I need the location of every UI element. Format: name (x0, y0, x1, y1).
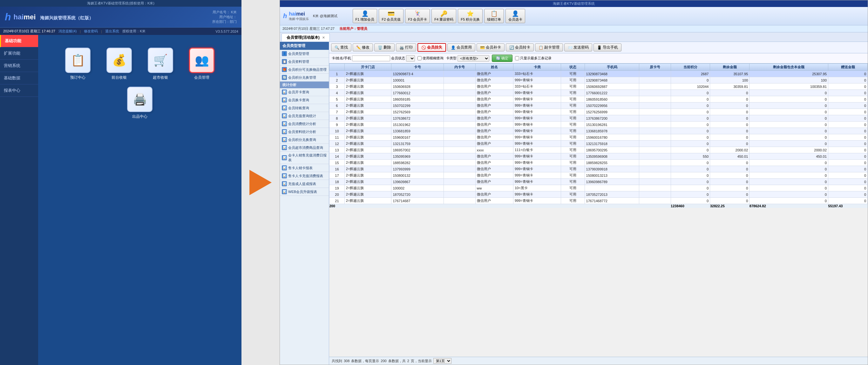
btn-reset-pwd[interactable]: 🔑 F4 重设密码 (431, 9, 456, 23)
btn-transfer-card[interactable]: 🔄 会员转卡 (506, 43, 534, 52)
cell-gift: 0 (828, 166, 868, 172)
icon-output[interactable]: 🖨️ 出品中心 (122, 87, 157, 119)
status-select[interactable] (406, 55, 415, 62)
table-row[interactable]: 9 2=辉越云旗 151301962 微信用户 999=青铜卡 可用 15130… (330, 122, 868, 128)
tab-member-management[interactable]: 会员管理(活动版本) ✕ (281, 33, 330, 41)
rs-item-points-goods[interactable]: 🎁 会员积分可兑换物品管理 (280, 66, 329, 74)
rs-item-consume-stats[interactable]: 📊 会员消费统计分析 (280, 120, 329, 128)
cell-store: 2=辉越云旗 (344, 77, 392, 84)
rs-item-recharge-stats[interactable]: 📊 会员充值查询统计 (280, 112, 329, 120)
btn-report-loss[interactable]: 🚫 会员挂失 (417, 43, 446, 52)
sidebar-item-basedata[interactable]: 基础数据 (0, 72, 38, 85)
rs-item-seller-recharge[interactable]: 📊 售卡人卡充值消费报表 (280, 172, 329, 180)
table-row[interactable]: 5 2=辉越云旗 186059185 微信用户 999=青铜卡 可用 18605… (330, 96, 868, 102)
logout-link[interactable]: 退出系统 (105, 29, 119, 34)
right-user-info: K米 @海媚测试 (313, 14, 337, 19)
cell-phone: 15080013213 (585, 172, 639, 179)
btn-open-card[interactable]: 🃏 F3 会员开卡 (405, 9, 430, 23)
cell-remain: 0 (710, 90, 749, 96)
footer-empty (344, 204, 671, 208)
btn-export-phone[interactable]: 📱 导出手机 (593, 43, 621, 52)
fuzzy-checkbox[interactable] (417, 56, 422, 60)
icon-cashier[interactable]: 💰 前台收银 (102, 47, 136, 80)
rs-item-change-card[interactable]: 📊 会员换卡查询 (280, 96, 329, 104)
messages-link[interactable]: 消息提醒(4) (58, 29, 76, 34)
card-search-input[interactable] (352, 56, 390, 61)
cell-points: 0 (671, 160, 710, 166)
rs-item-points-exchange[interactable]: 🔄 会员积分兑换管理 (280, 74, 329, 81)
btn-orders[interactable]: 📋 续销订单 (484, 9, 504, 23)
icon-member[interactable]: 👥 会员管理 (184, 47, 219, 80)
rs-item-open-card-query[interactable]: 📊 会员开卡查询 (280, 88, 329, 96)
card-type-select[interactable]: <所有类型> (458, 55, 489, 62)
btn-print[interactable]: 🖨️ 打印 (396, 43, 416, 52)
cell-name: 微信用户 (475, 109, 513, 115)
btn-replace-card[interactable]: 💳 会员补卡 (476, 43, 504, 52)
table-row[interactable]: 2 2=辉越云旗 100001 微信用户 999=青铜卡 可用 13290873… (330, 77, 868, 84)
table-row[interactable]: 12 2=辉越云旗 132131759 微信用户 999=青铜卡 可用 1321… (330, 141, 868, 147)
rs-item-card-seller[interactable]: 📊 售卡人销卡报表 (280, 164, 329, 172)
page-select[interactable]: 第1页 第2页 (433, 358, 452, 364)
only-show-checkbox[interactable] (515, 56, 519, 60)
sidebar-item-basic[interactable]: 基础功能 (0, 35, 38, 47)
table-row[interactable]: 17 2=辉越云旗 150800132 微信用户 999=青铜卡 可用 1508… (330, 172, 868, 179)
table-row[interactable]: 21 2=辉越云旗 176714687 微信用户 999=青铜卡 可用 1767… (330, 198, 868, 204)
sidebar-item-extended[interactable]: 扩展功能 (0, 47, 38, 60)
btn-recharge[interactable]: 💳 F2 会员充值 (379, 9, 403, 23)
table-row[interactable]: 1 2=辉越云旗 132909873 4 微信用户 333=钻石卡 可用 132… (330, 71, 868, 77)
btn-send-pwd[interactable]: 📨 发送密码 (564, 43, 592, 52)
rs-item-transfer-query[interactable]: 📊 会员转账查询 (280, 104, 329, 112)
cell-remain-full: 2000.02 (749, 147, 828, 153)
rs-item-web-upgrade[interactable]: 📊 WEB会员升级报表 (280, 188, 329, 196)
cell-card-type: 999=青铜卡 (513, 109, 561, 115)
cell-phone: 13763867200 (585, 115, 639, 122)
btn-search[interactable]: 🔍 查找 (331, 43, 351, 52)
rs-item-points-query[interactable]: 📊 会员积分兑换查询 (280, 136, 329, 144)
rs-item-recharge-commission[interactable]: 📊 充值成人提成报表 (280, 180, 329, 188)
btn-sub-card[interactable]: 📋 副卡管理 (535, 43, 563, 52)
confirm-button[interactable]: 🔄 确定 (492, 55, 513, 62)
unit-text2: 条数据，共 (388, 359, 406, 363)
rs-item-member-data[interactable]: 📋 会员资料管理 (280, 58, 329, 66)
tab-close-icon[interactable]: ✕ (322, 36, 325, 39)
right-top-bar: 海媚王者KTV基础管理系统 (280, 0, 868, 7)
cell-gift: 0 (828, 109, 868, 115)
table-row[interactable]: 4 2=辉越云旗 177660012 微信用户 999=青铜卡 可用 17766… (330, 90, 868, 96)
table-row[interactable]: 14 2=辉越云旗 135095969 微信用户 999=青铜卡 可用 1350… (330, 153, 868, 160)
btn-delete[interactable]: 🗑️ 删除 (374, 43, 395, 52)
table-row[interactable]: 15 2=辉越云旗 188598282 微信用户 999=青铜卡 可用 1885… (330, 160, 868, 166)
btn-points[interactable]: ⭐ F5 积分兑换 (458, 9, 483, 23)
table-row[interactable]: 20 2=辉越云旗 187052720 微信用户 999=青铜卡 可用 1870… (330, 191, 868, 198)
btn-member-card[interactable]: 👤 会员选卡 (505, 9, 525, 23)
auth-info: 授权使用：K米 (122, 29, 146, 34)
icon-supermarket[interactable]: 🛒 超市收银 (143, 47, 178, 80)
table-row[interactable]: 16 2=辉越云旗 137993999 微信用户 999=青铜卡 可用 1379… (330, 166, 868, 172)
cell-remain: 0 (710, 185, 749, 191)
btn-modify[interactable]: ✏️ 修改 (353, 43, 373, 52)
rs-item-member-type[interactable]: 👤 会员类型管理 (280, 50, 329, 58)
right-sidebar: 会员类型管理 👤 会员类型管理 📋 会员资料管理 🎁 会员积分可兑换物品管理 🔄… (280, 42, 329, 365)
table-row[interactable]: 8 2=辉越云旗 137638672 微信用户 999=青铜卡 可用 13763… (330, 115, 868, 122)
table-row[interactable]: 7 2=辉越云旗 152762569 微信用户 999=青铜卡 可用 15276… (330, 109, 868, 115)
btn-disable-member[interactable]: 👤 会员禁用 (447, 43, 475, 52)
rs-item-supermarket[interactable]: 📊 会员超市消费商品查询 (280, 144, 329, 152)
table-row[interactable]: 18 2=辉越云旗 139609867 微信用户 999=青铜卡 可用 1396… (330, 179, 868, 185)
left-main: 📋 预订中心 💰 前台收银 🛒 超市收银 👥 会员管理 🖨️ 出品 (38, 35, 242, 365)
cell-card-type: 999=青铜卡 (513, 122, 561, 128)
table-row[interactable]: 6 2=辉越云旗 150702299 微信用户 999=青铜卡 可用 15070… (330, 102, 868, 109)
table-row[interactable]: 3 2=辉越云旗 150606928 微信用户 333=钻石卡 可用 15060… (330, 84, 868, 90)
rs-item-daily-report[interactable]: 📊 会卡人销售充值消费日报表 (280, 152, 329, 164)
cell-store: 2=辉越云旗 (344, 102, 392, 109)
icon-booking[interactable]: 📋 预订中心 (60, 47, 95, 80)
sidebar-item-marketing[interactable]: 营销系统 (0, 60, 38, 72)
sidebar-item-reports[interactable]: 报表中心 (0, 85, 38, 97)
btn-add-member[interactable]: 👤 F1 增加会员 (353, 9, 377, 23)
cell-gift: 0 (828, 198, 868, 204)
table-row[interactable]: 11 2=辉越云旗 159600167 微信用户 999=青铜卡 可用 1596… (330, 134, 868, 141)
table-row[interactable]: 19 2=辉越云旗 100002 ww 10=黑卡 可用 0 0 0 0 (330, 185, 868, 191)
table-row[interactable]: 13 2=辉越云旗 186957002 xxxx 111=白银卡 可用 1869… (330, 147, 868, 153)
cell-card-no: 150702299 (392, 102, 444, 109)
rs-item-data-stats[interactable]: 📊 会员资料统计分析 (280, 128, 329, 136)
modify-pwd-link[interactable]: 修改密码 (84, 29, 98, 34)
table-row[interactable]: 10 2=辉越云旗 133681859 微信用户 999=青铜卡 可用 1336… (330, 128, 868, 134)
